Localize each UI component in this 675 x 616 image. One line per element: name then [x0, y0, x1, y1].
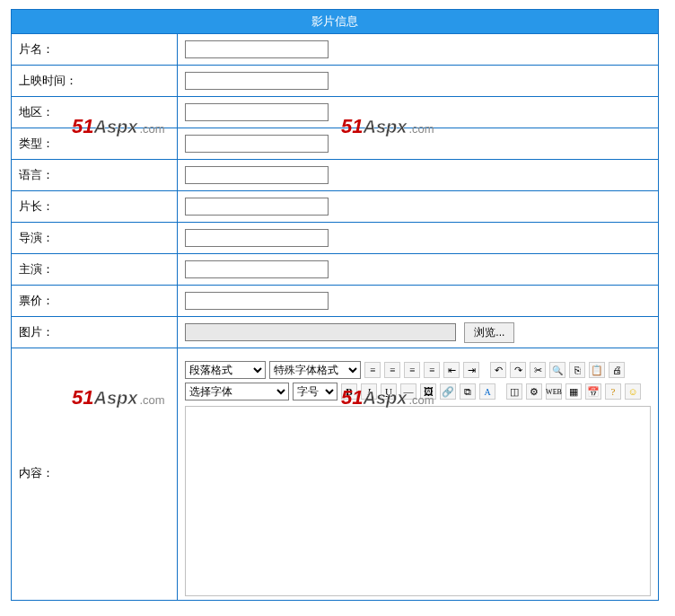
row-date: 上映时间： — [12, 66, 658, 97]
image-icon[interactable]: 🖼 — [420, 383, 436, 400]
label-image: 图片： — [12, 317, 178, 348]
row-cast: 主演： — [12, 254, 658, 286]
align-center-icon[interactable]: ≡ — [384, 362, 400, 378]
align-left-icon[interactable]: ≡ — [364, 362, 381, 378]
emoji-icon[interactable]: ☺ — [625, 383, 641, 400]
link-icon[interactable]: 🔗 — [440, 383, 456, 400]
label-language: 语言： — [12, 160, 178, 190]
row-region: 地区： — [12, 97, 658, 128]
input-genre[interactable] — [185, 135, 329, 153]
input-duration[interactable] — [185, 198, 329, 216]
row-language: 语言： — [12, 160, 658, 191]
input-cast[interactable] — [185, 260, 329, 278]
hr-icon[interactable]: — — [400, 383, 416, 400]
print-icon[interactable]: 🖨 — [609, 362, 625, 378]
form-header: 影片信息 — [12, 10, 658, 34]
label-content: 内容： — [12, 348, 178, 600]
input-language[interactable] — [185, 166, 329, 184]
align-right-icon[interactable]: ≡ — [404, 362, 420, 378]
web-icon[interactable]: WEB — [546, 383, 562, 400]
html-icon[interactable]: ⚙ — [526, 383, 542, 400]
row-image: 图片： 浏览... — [12, 317, 658, 348]
editor-textarea[interactable] — [185, 406, 651, 596]
unlink-icon[interactable]: ⧉ — [460, 383, 476, 400]
row-duration: 片长： — [12, 191, 658, 223]
align-justify-icon[interactable]: ≡ — [424, 362, 440, 378]
input-name[interactable] — [185, 40, 329, 58]
cut-icon[interactable]: ✂ — [530, 362, 546, 378]
input-image-path[interactable] — [185, 323, 456, 341]
copy-icon[interactable]: ⎘ — [569, 362, 585, 378]
input-date[interactable] — [185, 72, 329, 90]
label-name: 片名： — [12, 34, 178, 65]
select-font[interactable]: 选择字体 — [185, 383, 289, 400]
row-price: 票价： — [12, 286, 658, 317]
input-region[interactable] — [185, 103, 329, 121]
redo-icon[interactable]: ↷ — [510, 362, 526, 378]
label-price: 票价： — [12, 286, 178, 316]
label-cast: 主演： — [12, 254, 178, 285]
rich-text-editor: 段落格式 特殊字体格式 ≡ ≡ ≡ ≡ ⇤ ⇥ ↶ ↷ ✂ 🔍 ⎘ 📋 🖨 — [185, 359, 651, 596]
row-name: 片名： — [12, 34, 658, 66]
label-director: 导演： — [12, 223, 178, 253]
bold-icon[interactable]: B — [341, 383, 357, 400]
undo-icon[interactable]: ↶ — [490, 362, 506, 378]
input-price[interactable] — [185, 292, 329, 310]
select-size[interactable]: 字号 — [293, 383, 338, 400]
italic-icon[interactable]: I — [361, 383, 377, 400]
paste-icon[interactable]: 📋 — [589, 362, 605, 378]
find-icon[interactable]: 🔍 — [549, 362, 565, 378]
row-genre: 类型： — [12, 128, 658, 160]
underline-icon[interactable]: U — [381, 383, 397, 400]
label-duration: 片长： — [12, 191, 178, 222]
input-director[interactable] — [185, 229, 329, 247]
select-paragraph-format[interactable]: 段落格式 — [185, 361, 266, 379]
help-icon[interactable]: ? — [605, 383, 621, 400]
toolbar-row-1: 段落格式 特殊字体格式 ≡ ≡ ≡ ≡ ⇤ ⇥ ↶ ↷ ✂ 🔍 ⎘ 📋 🖨 — [185, 359, 651, 381]
label-region: 地区： — [12, 97, 178, 128]
date-icon[interactable]: 📅 — [585, 383, 601, 400]
browse-button[interactable]: 浏览... — [464, 322, 514, 343]
toolbar-row-2: 选择字体 字号 B I U — 🖼 🔗 ⧉ A ◫ ⚙ WEB ▦ 📅 — [185, 381, 651, 402]
movie-info-form: 影片信息 片名： 上映时间： 地区： 类型： 语言： 片长： 导演： 主演： 票… — [11, 9, 659, 601]
outdent-icon[interactable]: ⇤ — [443, 362, 460, 378]
font-color-icon[interactable]: A — [479, 383, 495, 400]
label-genre: 类型： — [12, 128, 178, 159]
eraser-icon[interactable]: ◫ — [506, 383, 522, 400]
indent-icon[interactable]: ⇥ — [463, 362, 479, 378]
row-director: 导演： — [12, 223, 658, 254]
row-content: 内容： 段落格式 特殊字体格式 ≡ ≡ ≡ ≡ ⇤ ⇥ ↶ ↷ ✂ 🔍 — [12, 348, 658, 600]
table-icon[interactable]: ▦ — [565, 383, 582, 400]
label-date: 上映时间： — [12, 66, 178, 96]
select-special-format[interactable]: 特殊字体格式 — [269, 361, 361, 379]
